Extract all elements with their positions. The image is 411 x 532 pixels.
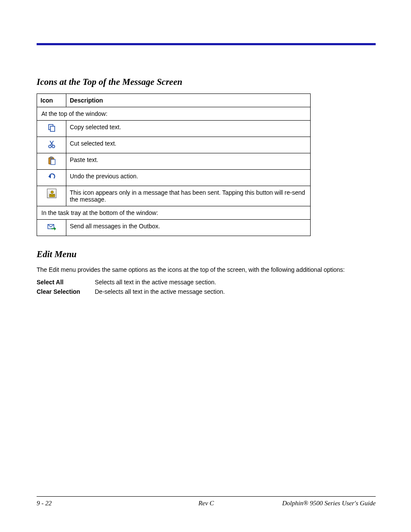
table-span-row: At the top of the window: bbox=[37, 107, 311, 121]
icon-cell bbox=[37, 186, 66, 206]
icon-cell bbox=[37, 170, 66, 186]
svg-point-3 bbox=[52, 145, 55, 148]
page-content: Icons at the Top of the Message Screen I… bbox=[37, 77, 376, 298]
def-term: Clear Selection bbox=[37, 288, 95, 295]
footer-guide-title: Dolphin® 9500 Series User's Guide bbox=[282, 500, 376, 507]
undo-icon bbox=[47, 172, 56, 182]
icon-cell bbox=[37, 121, 66, 137]
definition-row: Select All Selects all text in the activ… bbox=[37, 279, 376, 286]
svg-rect-1 bbox=[50, 126, 55, 131]
table-row: Paste text. bbox=[37, 153, 311, 170]
icon-cell bbox=[37, 153, 66, 170]
svg-line-4 bbox=[50, 141, 53, 146]
table-row: Copy selected text. bbox=[37, 121, 311, 137]
header-rule bbox=[37, 43, 376, 45]
desc-cell: This icon appears only in a message that… bbox=[66, 186, 311, 206]
svg-line-5 bbox=[50, 141, 53, 146]
col-desc-header: Description bbox=[66, 94, 311, 107]
page-footer: 9 - 22 Rev C Dolphin® 9500 Series User's… bbox=[37, 500, 376, 507]
def-desc: De-selects all text in the active messag… bbox=[95, 288, 376, 295]
copy-icon bbox=[47, 123, 56, 133]
footer-page-number: 9 - 22 bbox=[37, 500, 52, 507]
send-all-icon bbox=[47, 222, 56, 232]
desc-cell: Copy selected text. bbox=[66, 121, 311, 137]
span-task-tray: In the task tray at the bottom of the wi… bbox=[37, 206, 311, 220]
paste-icon bbox=[47, 156, 56, 165]
icon-table: Icon Description At the top of the windo… bbox=[37, 93, 311, 236]
svg-rect-8 bbox=[51, 159, 55, 165]
resend-icon bbox=[47, 189, 56, 198]
footer-rule bbox=[37, 496, 376, 497]
table-row: This icon appears only in a message that… bbox=[37, 186, 311, 206]
table-header-row: Icon Description bbox=[37, 94, 311, 107]
desc-cell: Cut selected text. bbox=[66, 137, 311, 153]
edit-menu-intro: The Edit menu provides the same options … bbox=[37, 266, 376, 274]
icon-cell bbox=[37, 137, 66, 153]
span-top-window: At the top of the window: bbox=[37, 107, 311, 121]
desc-cell: Undo the previous action. bbox=[66, 170, 311, 186]
definition-row: Clear Selection De-selects all text in t… bbox=[37, 288, 376, 295]
def-desc: Selects all text in the active message s… bbox=[95, 279, 376, 286]
table-row: Undo the previous action. bbox=[37, 170, 311, 186]
col-icon-header: Icon bbox=[37, 94, 66, 107]
table-span-row: In the task tray at the bottom of the wi… bbox=[37, 206, 311, 220]
desc-cell: Paste text. bbox=[66, 153, 311, 170]
table-row: Send all messages in the Outbox. bbox=[37, 220, 311, 236]
def-term: Select All bbox=[37, 279, 95, 286]
table-row: Cut selected text. bbox=[37, 137, 311, 153]
svg-point-2 bbox=[49, 145, 51, 148]
svg-rect-7 bbox=[50, 157, 53, 159]
cut-icon bbox=[47, 140, 56, 149]
icon-cell bbox=[37, 220, 66, 236]
desc-cell: Send all messages in the Outbox. bbox=[66, 220, 311, 236]
svg-point-10 bbox=[51, 191, 53, 193]
section-heading-edit-menu: Edit Menu bbox=[37, 249, 376, 260]
section-heading-icons: Icons at the Top of the Message Screen bbox=[37, 77, 376, 87]
